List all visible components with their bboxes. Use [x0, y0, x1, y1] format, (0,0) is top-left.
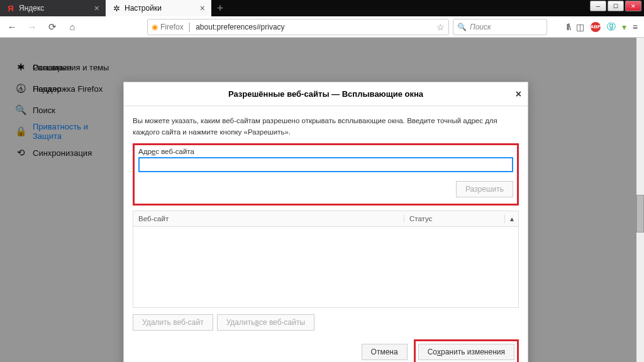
- highlight-address-section: Адрес веб-сайта Разрешить: [133, 143, 519, 206]
- close-icon[interactable]: ×: [516, 89, 521, 100]
- address-input[interactable]: [138, 157, 513, 172]
- identity-label: Firefox: [160, 23, 184, 31]
- maximize-button[interactable]: ☐: [608, 1, 624, 11]
- sidebar-icon[interactable]: ◫: [576, 22, 584, 32]
- library-icon[interactable]: II\: [566, 22, 570, 32]
- sort-indicator-icon[interactable]: ▴: [504, 214, 518, 223]
- search-bar[interactable]: 🔍 Поиск: [453, 19, 547, 35]
- yandex-icon: Я: [6, 4, 15, 13]
- bookmark-star-icon[interactable]: ☆: [436, 22, 445, 32]
- remove-site-button[interactable]: Удалить веб-сайт: [133, 314, 213, 331]
- content-area: ✲ Основные ⌂ Начало 🔍 Поиск 🔒 Приватност…: [0, 38, 636, 362]
- url-text: about:preferences#privacy: [196, 23, 284, 31]
- highlight-save-button: Сохранить изменения: [414, 339, 519, 362]
- close-icon[interactable]: ×: [200, 3, 205, 13]
- minimize-button[interactable]: ─: [590, 1, 606, 11]
- tab-settings[interactable]: ✲ Настройки ×: [106, 0, 211, 16]
- tab-label: Яндекс: [19, 4, 44, 13]
- remove-all-sites-button[interactable]: Удалить все веб-сайты: [217, 314, 314, 331]
- search-icon: 🔍: [457, 23, 467, 31]
- scrollbar-thumb[interactable]: [636, 195, 644, 233]
- abp-icon[interactable]: ABP: [591, 22, 601, 32]
- tab-yandex[interactable]: Я Яндекс ×: [0, 0, 106, 16]
- back-button[interactable]: ←: [4, 19, 20, 35]
- search-placeholder: Поиск: [470, 23, 491, 31]
- column-status[interactable]: Статус: [404, 215, 504, 222]
- tab-label: Настройки: [125, 4, 162, 13]
- new-tab-button[interactable]: +: [211, 0, 229, 16]
- dialog-description: Вы можете указать, каким веб-сайтам разр…: [133, 115, 519, 138]
- menu-icon[interactable]: ≡: [633, 22, 638, 32]
- reload-button[interactable]: ⟳: [44, 19, 60, 35]
- close-icon[interactable]: ×: [94, 3, 99, 13]
- url-bar[interactable]: ◉ Firefox │ about:preferences#privacy ☆: [147, 19, 449, 35]
- allow-button[interactable]: Разрешить: [456, 181, 513, 197]
- savefrom-icon[interactable]: ▾: [622, 22, 626, 32]
- dialog-title: Разрешённые веб-сайты — Всплывающие окна: [228, 89, 423, 99]
- gear-icon: ✲: [112, 4, 121, 13]
- ghostery-icon[interactable]: ⓖ: [607, 21, 616, 33]
- vertical-scrollbar[interactable]: [636, 38, 644, 362]
- dialog-title-bar: Разрешённые веб-сайты — Всплывающие окна…: [124, 82, 528, 106]
- nav-toolbar: ← → ⟳ ⌂ ◉ Firefox │ about:preferences#pr…: [0, 16, 644, 38]
- save-changes-button[interactable]: Сохранить изменения: [418, 344, 514, 360]
- firefox-icon: ◉: [152, 23, 158, 31]
- cancel-button[interactable]: Отмена: [362, 344, 408, 360]
- identity-box[interactable]: ◉ Firefox: [152, 23, 184, 31]
- address-field-label: Адрес веб-сайта: [138, 148, 513, 155]
- column-site[interactable]: Веб-сайт: [133, 215, 404, 222]
- sites-table-body: [133, 227, 519, 308]
- popup-exceptions-dialog: Разрешённые веб-сайты — Всплывающие окна…: [123, 82, 528, 362]
- sites-table-header: Веб-сайт Статус ▴: [133, 211, 519, 227]
- tab-strip: Я Яндекс × ✲ Настройки × +: [0, 0, 644, 16]
- close-window-button[interactable]: ✕: [625, 1, 641, 11]
- home-button[interactable]: ⌂: [64, 19, 80, 35]
- forward-button[interactable]: →: [24, 19, 40, 35]
